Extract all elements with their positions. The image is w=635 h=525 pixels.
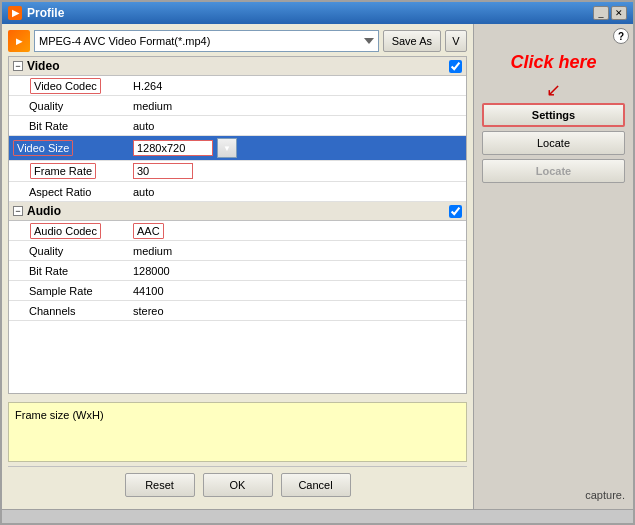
right-panel: ? Click here ↙ Settings Locate Locate ca…	[473, 24, 633, 509]
table-row: Quality medium	[9, 241, 466, 261]
format-bar: ▶ MPEG-4 AVC Video Format(*.mp4) Save As…	[8, 30, 467, 52]
locate-disabled-button: Locate	[482, 159, 625, 183]
help-icon[interactable]: ?	[613, 28, 629, 44]
reset-button[interactable]: Reset	[125, 473, 195, 497]
video-codec-value: H.264	[129, 78, 466, 94]
video-size-dropdown[interactable]: ▼	[217, 138, 237, 158]
aspect-ratio-label: Aspect Ratio	[9, 184, 129, 200]
audio-bit-rate-value: 128000	[129, 263, 466, 279]
close-button[interactable]: ✕	[611, 6, 627, 20]
table-row: Aspect Ratio auto	[9, 182, 466, 202]
frame-rate-input[interactable]	[133, 163, 193, 179]
bit-rate-value: auto	[129, 118, 466, 134]
audio-quality-label: Quality	[9, 243, 129, 259]
channels-value: stereo	[129, 303, 466, 319]
table-row: Bit Rate 128000	[9, 261, 466, 281]
aspect-ratio-value: auto	[129, 184, 466, 200]
window-title: Profile	[27, 6, 64, 20]
table-row: Quality medium	[9, 96, 466, 116]
capture-text: capture.	[482, 489, 625, 501]
audio-codec-label-text: Audio Codec	[30, 223, 101, 239]
info-text: Frame size (WxH)	[15, 409, 104, 421]
title-bar-left: ▶ Profile	[8, 6, 64, 20]
audio-toggle[interactable]: −	[13, 206, 23, 216]
video-size-value: ▼	[129, 136, 466, 160]
frame-rate-label-text: Frame Rate	[30, 163, 96, 179]
video-section-title: Video	[27, 59, 59, 73]
channels-label: Channels	[9, 303, 129, 319]
table-row: Video Codec H.264	[9, 76, 466, 96]
cell-label: Video Codec	[9, 78, 129, 94]
format-select[interactable]: MPEG-4 AVC Video Format(*.mp4)	[34, 30, 379, 52]
bottom-buttons: Reset OK Cancel	[8, 466, 467, 503]
save-as-button[interactable]: Save As	[383, 30, 441, 52]
left-panel: ▶ MPEG-4 AVC Video Format(*.mp4) Save As…	[2, 24, 473, 509]
table-row: Bit Rate auto	[9, 116, 466, 136]
frame-rate-label: Frame Rate	[9, 163, 129, 179]
audio-codec-value: AAC	[129, 223, 466, 239]
v-button[interactable]: V	[445, 30, 467, 52]
audio-codec-label: Audio Codec	[9, 223, 129, 239]
audio-checkbox[interactable]	[449, 205, 462, 218]
locate-button[interactable]: Locate	[482, 131, 625, 155]
video-size-input[interactable]	[133, 140, 213, 156]
audio-section-header: − Audio	[9, 202, 466, 221]
audio-codec-row: Audio Codec AAC	[9, 221, 466, 241]
audio-bit-rate-label: Bit Rate	[9, 263, 129, 279]
quality-value: medium	[129, 98, 466, 114]
sample-rate-value: 44100	[129, 283, 466, 299]
sample-rate-label: Sample Rate	[9, 283, 129, 299]
title-bar: ▶ Profile _ ✕	[2, 2, 633, 24]
audio-section-title: Audio	[27, 204, 61, 218]
audio-codec-value-text: AAC	[133, 223, 164, 239]
arrow-down-icon: ↙	[482, 81, 625, 99]
profile-window: ▶ Profile _ ✕ ▶ MPEG-4 AVC Video Format(…	[0, 0, 635, 525]
format-icon: ▶	[8, 30, 30, 52]
table-row: Sample Rate 44100	[9, 281, 466, 301]
profile-table: − Video Video Codec H.264 Quality medium	[8, 56, 467, 394]
audio-quality-value: medium	[129, 243, 466, 259]
ok-button[interactable]: OK	[203, 473, 273, 497]
video-checkbox[interactable]	[449, 60, 462, 73]
settings-button[interactable]: Settings	[482, 103, 625, 127]
info-box: Frame size (WxH)	[8, 402, 467, 462]
cell-label: Bit Rate	[9, 118, 129, 134]
frame-rate-row: Frame Rate	[9, 161, 466, 182]
title-buttons: _ ✕	[593, 6, 627, 20]
cancel-button[interactable]: Cancel	[281, 473, 351, 497]
video-size-row[interactable]: Video Size ▼	[9, 136, 466, 161]
video-section-header: − Video	[9, 57, 466, 76]
minimize-button[interactable]: _	[593, 6, 609, 20]
cell-label: Quality	[9, 98, 129, 114]
window-icon: ▶	[8, 6, 22, 20]
click-here-label: Click here	[482, 52, 625, 73]
frame-rate-value	[129, 161, 466, 181]
status-bar	[2, 509, 633, 523]
video-size-label: Video Size	[9, 140, 129, 156]
table-row: Channels stereo	[9, 301, 466, 321]
video-codec-label: Video Codec	[30, 78, 101, 94]
content-area: ▶ MPEG-4 AVC Video Format(*.mp4) Save As…	[2, 24, 633, 509]
video-toggle[interactable]: −	[13, 61, 23, 71]
